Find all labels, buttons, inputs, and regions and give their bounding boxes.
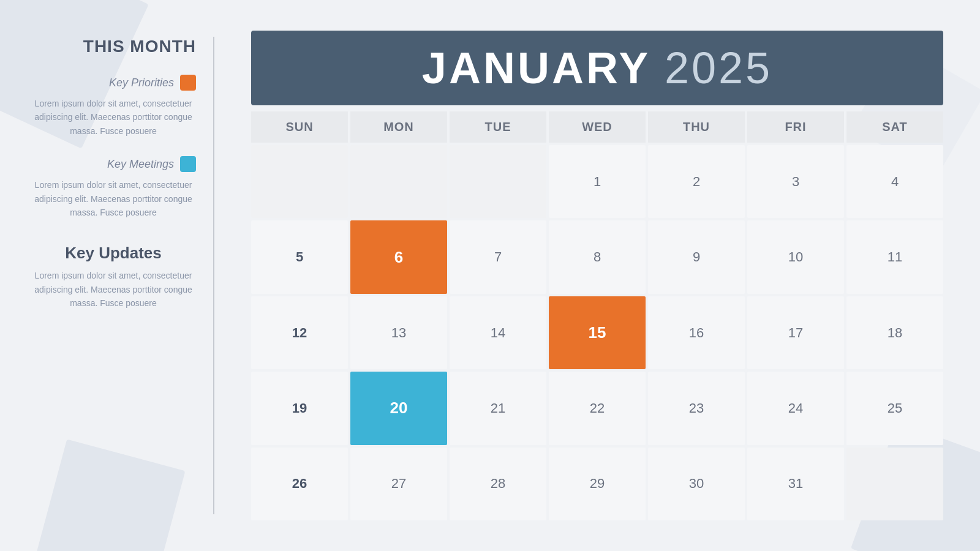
calendar-title: JANUARY 2025: [276, 43, 919, 93]
calendar-cell-w2-d4[interactable]: 8: [549, 220, 646, 293]
calendar-cell-w2-d1[interactable]: 5: [251, 220, 348, 293]
calendar-cell-w3-d7[interactable]: 18: [846, 296, 943, 369]
calendar-cell-w1-d5[interactable]: 2: [648, 145, 745, 218]
calendar-year: 2025: [665, 43, 772, 92]
key-meetings-header: Key Meetings: [31, 156, 196, 172]
main-content: JANUARY 2025 SUN MON TUE WED THU FRI SAT…: [214, 0, 980, 551]
key-priorities-section: Key Priorities Lorem ipsum dolor sit ame…: [31, 75, 196, 138]
calendar-cell-w1-d1[interactable]: [251, 145, 348, 218]
sidebar-title: THIS MONTH: [31, 37, 196, 56]
calendar-header: JANUARY 2025: [251, 31, 943, 105]
key-priorities-text: Lorem ipsum dolor sit amet, consectetuer…: [31, 97, 196, 138]
calendar-cell-w1-d2[interactable]: [350, 145, 447, 218]
day-header-tue: TUE: [450, 111, 546, 143]
day-header-sat: SAT: [846, 111, 943, 143]
key-priorities-header: Key Priorities: [31, 75, 196, 91]
calendar-cell-w5-d1[interactable]: 26: [251, 448, 348, 520]
key-meetings-text: Lorem ipsum dolor sit amet, consectetuer…: [31, 178, 196, 219]
key-meetings-section: Key Meetings Lorem ipsum dolor sit amet,…: [31, 156, 196, 219]
calendar-cell-w5-d5[interactable]: 30: [648, 448, 745, 520]
calendar-cell-w2-d2[interactable]: 6: [350, 220, 447, 293]
calendar-week-3: 12131415161718: [251, 296, 943, 369]
calendar-cell-w3-d2[interactable]: 13: [350, 296, 447, 369]
calendar-month: JANUARY: [422, 43, 650, 92]
calendar-grid: SUN MON TUE WED THU FRI SAT 123456789101…: [251, 111, 943, 520]
calendar-cell-w2-d6[interactable]: 10: [747, 220, 844, 293]
calendar-cell-w4-d4[interactable]: 22: [549, 372, 646, 444]
key-updates-title: Key Updates: [31, 244, 196, 263]
calendar-cell-w3-d6[interactable]: 17: [747, 296, 844, 369]
calendar-cell-w4-d1[interactable]: 19: [251, 372, 348, 444]
calendar-cell-w4-d3[interactable]: 21: [450, 372, 546, 444]
day-header-mon: MON: [350, 111, 447, 143]
calendar-cell-w5-d7[interactable]: [846, 448, 943, 520]
day-header-fri: FRI: [747, 111, 844, 143]
calendar-week-2: 567891011: [251, 220, 943, 293]
calendar-cell-w4-d2[interactable]: 20: [350, 372, 447, 444]
day-header-wed: WED: [549, 111, 646, 143]
calendar-cell-w4-d7[interactable]: 25: [846, 372, 943, 444]
calendar-cell-w5-d4[interactable]: 29: [549, 448, 646, 520]
calendar-week-1: 1234: [251, 145, 943, 218]
calendar-cell-w4-d5[interactable]: 23: [648, 372, 745, 444]
calendar-cell-w1-d4[interactable]: 1: [549, 145, 646, 218]
key-meetings-dot: [180, 156, 196, 172]
page-container: THIS MONTH Key Priorities Lorem ipsum do…: [0, 0, 980, 551]
calendar-week-5: 262728293031: [251, 448, 943, 520]
key-updates-section: Key Updates Lorem ipsum dolor sit amet, …: [31, 244, 196, 310]
calendar-cell-w3-d5[interactable]: 16: [648, 296, 745, 369]
sidebar-divider: [213, 37, 214, 514]
sidebar: THIS MONTH Key Priorities Lorem ipsum do…: [0, 0, 214, 551]
day-header-sun: SUN: [251, 111, 348, 143]
calendar-weeks: 1234567891011121314151617181920212223242…: [251, 145, 943, 520]
key-priorities-label: Key Priorities: [109, 77, 174, 89]
calendar-cell-w3-d4[interactable]: 15: [549, 296, 646, 369]
key-updates-text: Lorem ipsum dolor sit amet, consectetuer…: [31, 269, 196, 310]
calendar-cell-w3-d3[interactable]: 14: [450, 296, 546, 369]
calendar-cell-w1-d6[interactable]: 3: [747, 145, 844, 218]
calendar-cell-w1-d3[interactable]: [450, 145, 546, 218]
calendar-cell-w3-d1[interactable]: 12: [251, 296, 348, 369]
calendar-cell-w1-d7[interactable]: 4: [846, 145, 943, 218]
calendar-cell-w5-d2[interactable]: 27: [350, 448, 447, 520]
calendar-cell-w2-d5[interactable]: 9: [648, 220, 745, 293]
calendar-cell-w2-d7[interactable]: 11: [846, 220, 943, 293]
calendar-days-header: SUN MON TUE WED THU FRI SAT: [251, 111, 943, 143]
calendar-cell-w2-d3[interactable]: 7: [450, 220, 546, 293]
calendar-cell-w5-d3[interactable]: 28: [450, 448, 546, 520]
calendar-cell-w4-d6[interactable]: 24: [747, 372, 844, 444]
key-meetings-label: Key Meetings: [107, 158, 174, 171]
calendar-cell-w5-d6[interactable]: 31: [747, 448, 844, 520]
key-priorities-dot: [180, 75, 196, 91]
calendar-week-4: 19202122232425: [251, 372, 943, 444]
day-header-thu: THU: [648, 111, 745, 143]
